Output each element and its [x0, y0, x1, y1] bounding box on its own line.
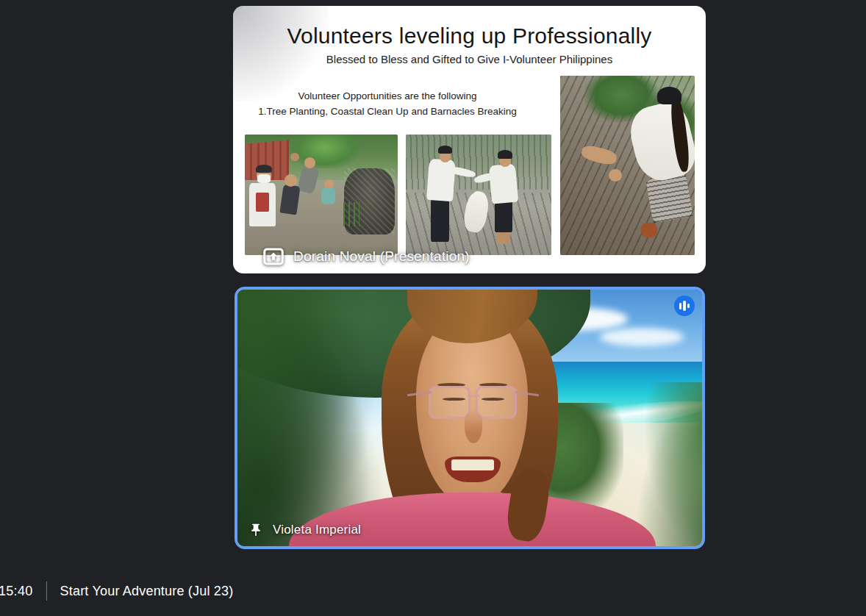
presentation-slide: Volunteers leveling up Professionally Bl…	[233, 6, 706, 273]
speaker-name: Violeta Imperial	[273, 523, 361, 537]
presentation-icon	[262, 246, 285, 266]
meeting-info: 15:40 Start Your Adventure (Jul 23)	[0, 573, 234, 609]
audio-indicator	[674, 296, 695, 316]
slide-body-line-1: Volunteer Opportunities are the followin…	[233, 90, 542, 101]
presenter-name: Dorain Noval (Presentation)	[293, 248, 470, 265]
slide-photo-volunteers-group	[245, 135, 398, 255]
divider	[46, 581, 47, 601]
slide-subtitle: Blessed to Bless and Gifted to Give I-Vo…	[233, 53, 706, 65]
pin-icon	[248, 521, 264, 539]
presentation-tile[interactable]: Volunteers leveling up Professionally Bl…	[233, 6, 706, 273]
clock: 15:40	[0, 584, 33, 599]
slide-body-line-2: 1.Tree Planting, Coastal Clean Up and Ba…	[233, 106, 542, 117]
slide-photo-sack-handover	[406, 135, 551, 255]
meet-window: Volunteers leveling up Professionally Bl…	[0, 0, 866, 616]
bottom-bar: 15:40 Start Your Adventure (Jul 23) CC	[0, 566, 866, 616]
speaker-video	[237, 290, 702, 546]
slide-photo-seedling-planting	[560, 76, 695, 255]
speaker-tile[interactable]: Violeta Imperial	[235, 287, 705, 549]
speaker-name-label: Violeta Imperial	[248, 521, 361, 539]
presenter-label: Dorain Noval (Presentation)	[262, 246, 470, 266]
speaker-glasses	[429, 386, 470, 419]
meeting-title: Start Your Adventure (Jul 23)	[60, 584, 234, 599]
slide-title: Volunteers leveling up Professionally	[233, 24, 706, 49]
